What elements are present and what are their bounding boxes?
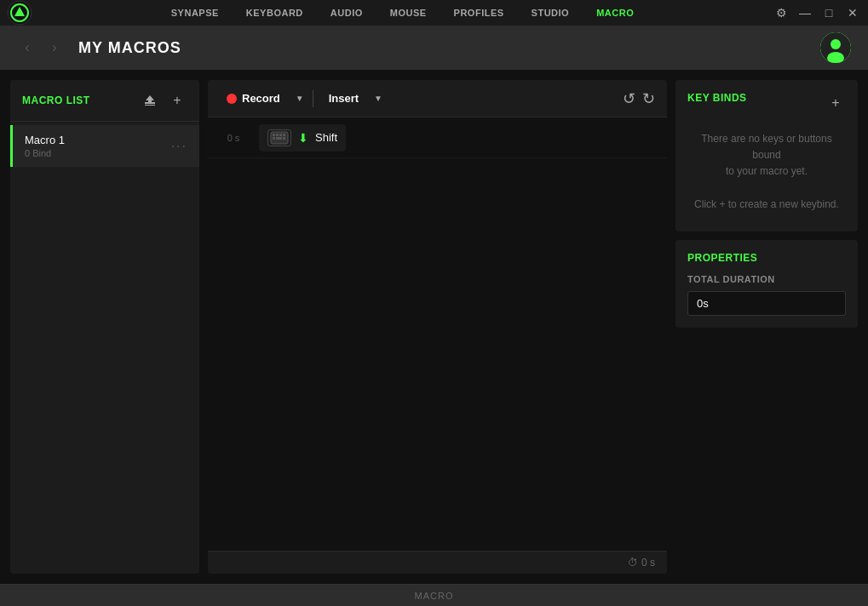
right-panel: KEY BINDS + There are no keys or buttons… <box>675 80 858 574</box>
total-duration-input[interactable] <box>687 291 846 316</box>
redo-button[interactable]: ↻ <box>642 91 655 106</box>
tab-macro[interactable]: MACRO <box>583 0 647 26</box>
svg-rect-14 <box>273 137 275 140</box>
macro-list-item[interactable]: Macro 1 0 Bind ··· <box>10 125 199 167</box>
svg-marker-8 <box>146 95 154 102</box>
record-button[interactable]: Record <box>220 89 287 108</box>
maximize-button[interactable]: □ <box>820 4 837 21</box>
bottom-bar: MACRO <box>0 584 868 606</box>
insert-chevron-icon: ▼ <box>374 94 382 103</box>
tab-audio[interactable]: AUDIO <box>317 0 377 26</box>
macro-item-name: Macro 1 <box>25 134 171 146</box>
svg-rect-12 <box>279 134 282 136</box>
forward-button[interactable]: › <box>44 37 65 58</box>
tab-keyboard[interactable]: KEYBOARD <box>233 0 317 26</box>
svg-rect-16 <box>283 137 285 140</box>
tab-studio[interactable]: STUDIO <box>518 0 583 26</box>
export-button[interactable] <box>140 90 160 111</box>
timeline-time: 0 s <box>208 133 259 143</box>
undo-redo-group: ↺ ↻ <box>623 91 655 106</box>
properties-section: PROPERTIES TOTAL DURATION <box>675 240 858 328</box>
app-logo <box>7 0 32 26</box>
insert-label: Insert <box>329 92 359 105</box>
key-binds-empty-hint: Click + to create a new keybind. <box>694 198 839 210</box>
key-binds-title: KEY BINDS <box>687 92 747 104</box>
main-layout: MACRO LIST + Macro 1 0 Bind ··· Record <box>0 70 868 584</box>
svg-rect-7 <box>145 105 155 106</box>
svg-rect-15 <box>276 137 282 140</box>
page-title: MY MACROS <box>78 39 807 57</box>
macro-list-header: MACRO LIST + <box>10 80 199 122</box>
nav-tabs: SYNAPSE KEYBOARD AUDIO MOUSE PROFILES ST… <box>32 0 773 26</box>
timeline-area: 0 s ⬇ <box>208 117 667 551</box>
app-nav: ‹ › <box>17 37 65 58</box>
macro-list-title: MACRO LIST <box>22 94 133 106</box>
window-controls: ⚙ — □ ✕ <box>773 4 861 21</box>
settings-button[interactable]: ⚙ <box>773 4 790 21</box>
insert-button[interactable]: Insert <box>322 89 365 108</box>
add-keybind-button[interactable]: + <box>825 93 846 113</box>
key-binds-empty-line2: to your macro yet. <box>726 165 808 177</box>
record-dropdown[interactable]: ▼ <box>296 94 304 103</box>
tab-mouse[interactable]: MOUSE <box>377 0 440 26</box>
center-panel: Record ▼ Insert ▼ ↺ ↻ 0 s <box>208 80 667 574</box>
close-button[interactable]: ✕ <box>844 4 861 21</box>
minimize-button[interactable]: — <box>796 4 813 21</box>
logo-area <box>7 0 32 26</box>
add-macro-button[interactable]: + <box>167 90 187 111</box>
center-toolbar: Record ▼ Insert ▼ ↺ ↻ <box>208 80 667 117</box>
avatar[interactable] <box>820 32 851 63</box>
svg-rect-6 <box>145 102 155 104</box>
app-bar: ‹ › MY MACROS <box>0 26 868 70</box>
event-arrow-icon: ⬇ <box>298 131 308 145</box>
back-button[interactable]: ‹ <box>17 37 37 58</box>
duration-value: 0 s <box>641 557 655 569</box>
record-chevron-icon: ▼ <box>296 94 304 103</box>
title-bar: SYNAPSE KEYBOARD AUDIO MOUSE PROFILES ST… <box>0 0 868 26</box>
tab-synapse[interactable]: SYNAPSE <box>158 0 233 26</box>
record-circle-icon <box>227 94 237 104</box>
total-duration-label: TOTAL DURATION <box>687 274 846 284</box>
insert-dropdown[interactable]: ▼ <box>374 94 382 103</box>
properties-title: PROPERTIES <box>687 252 846 264</box>
key-binds-empty-message: There are no keys or buttons bound to yo… <box>687 124 846 220</box>
timeline-footer: ⏱ 0 s <box>208 551 667 574</box>
timeline-duration: ⏱ 0 s <box>628 557 655 569</box>
macro-item-menu-button[interactable]: ··· <box>171 139 187 154</box>
record-label: Record <box>242 92 280 105</box>
keyboard-event-icon <box>267 129 291 146</box>
toolbar-separator <box>313 90 313 107</box>
undo-button[interactable]: ↺ <box>623 91 635 106</box>
key-binds-header: KEY BINDS + <box>687 92 846 114</box>
key-binds-section: KEY BINDS + There are no keys or buttons… <box>675 80 858 232</box>
timeline-row: 0 s ⬇ <box>208 117 667 158</box>
svg-point-4 <box>831 39 841 49</box>
tab-profiles[interactable]: PROFILES <box>440 0 518 26</box>
svg-rect-10 <box>273 134 275 136</box>
svg-rect-11 <box>276 134 279 136</box>
event-key-label: Shift <box>315 131 337 144</box>
macro-item-bind: 0 Bind <box>25 148 171 158</box>
timeline-event[interactable]: ⬇ Shift <box>259 124 346 152</box>
svg-rect-13 <box>283 134 285 136</box>
bottom-label: MACRO <box>415 591 454 601</box>
key-binds-empty-line1: There are no keys or buttons bound <box>701 133 831 161</box>
macro-item-info: Macro 1 0 Bind <box>25 134 171 158</box>
clock-icon: ⏱ <box>628 557 638 569</box>
left-panel: MACRO LIST + Macro 1 0 Bind ··· <box>10 80 199 574</box>
